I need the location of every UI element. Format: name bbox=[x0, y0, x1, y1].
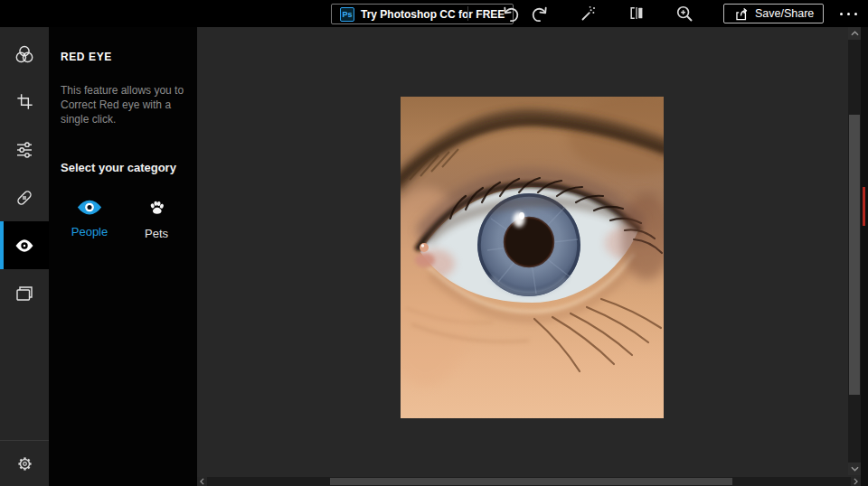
sidebar-item-borders[interactable] bbox=[0, 269, 49, 317]
panel-description: This feature allows you to Correct Red e… bbox=[61, 83, 198, 126]
redo-button[interactable] bbox=[529, 3, 551, 24]
photo-eye-closeup[interactable] bbox=[401, 97, 664, 418]
sidebar-item-crop[interactable] bbox=[0, 78, 49, 126]
redo-icon bbox=[531, 5, 550, 23]
panel-title: RED EYE bbox=[61, 51, 186, 63]
save-share-button[interactable]: Save/Share bbox=[723, 4, 824, 23]
toolbar-divider bbox=[467, 6, 468, 21]
category-pets-label: Pets bbox=[145, 227, 168, 240]
compare-before-after-button[interactable] bbox=[626, 3, 647, 24]
right-edge-strip bbox=[861, 27, 868, 486]
eye-photo-image bbox=[401, 97, 664, 418]
more-options-button[interactable] bbox=[834, 3, 863, 24]
vertical-scrollbar[interactable] bbox=[848, 27, 861, 475]
eye-icon bbox=[76, 198, 103, 217]
zoom-button[interactable] bbox=[674, 3, 695, 24]
more-ellipsis-icon bbox=[847, 13, 850, 15]
photoshop-express-editor: Ps Try Photoshop CC for FREE bbox=[0, 0, 868, 486]
try-photoshop-label: Try Photoshop CC for FREE bbox=[361, 8, 505, 21]
save-share-label: Save/Share bbox=[755, 7, 814, 20]
auto-enhance-button[interactable] bbox=[578, 3, 599, 24]
undo-icon bbox=[501, 5, 520, 23]
sidebar-item-settings[interactable] bbox=[0, 440, 49, 486]
crop-icon bbox=[14, 91, 35, 112]
scroll-down-button[interactable] bbox=[848, 463, 861, 475]
photoshop-logo-icon: Ps bbox=[340, 7, 354, 22]
horizontal-scrollbar-thumb[interactable] bbox=[330, 478, 732, 485]
scroll-left-button[interactable] bbox=[197, 477, 207, 486]
undo-button[interactable] bbox=[499, 3, 521, 24]
try-photoshop-button[interactable]: Ps Try Photoshop CC for FREE bbox=[331, 4, 514, 24]
chevron-down-icon bbox=[851, 466, 859, 472]
category-heading: Select your category bbox=[61, 161, 186, 174]
gear-icon bbox=[14, 453, 35, 474]
sidebar-item-looks[interactable] bbox=[0, 30, 49, 78]
tool-sidebar bbox=[0, 27, 49, 486]
zoom-icon bbox=[675, 5, 694, 23]
red-eye-panel: RED EYE This feature allows you to Corre… bbox=[49, 27, 197, 486]
share-icon bbox=[733, 6, 749, 22]
sidebar-item-red-eye[interactable] bbox=[0, 221, 49, 269]
category-people-label: People bbox=[71, 225, 108, 238]
scroll-red-marker bbox=[863, 187, 865, 226]
scroll-right-button[interactable] bbox=[851, 477, 861, 486]
horizontal-scrollbar[interactable] bbox=[197, 477, 861, 486]
frames-icon bbox=[14, 283, 35, 304]
category-options: People Pets bbox=[61, 198, 186, 240]
chevron-right-icon bbox=[854, 478, 858, 485]
category-pets[interactable]: Pets bbox=[133, 198, 180, 240]
scroll-up-button[interactable] bbox=[848, 27, 861, 40]
top-toolbar: Ps Try Photoshop CC for FREE bbox=[0, 0, 868, 27]
editor-canvas bbox=[197, 27, 868, 486]
bandaid-icon bbox=[14, 187, 35, 209]
compare-icon bbox=[627, 5, 646, 23]
vertical-scrollbar-thumb[interactable] bbox=[849, 115, 860, 395]
chevron-up-icon bbox=[851, 31, 859, 36]
color-circles-icon bbox=[14, 43, 35, 65]
more-ellipsis-icon bbox=[840, 13, 843, 15]
chevron-left-icon bbox=[200, 478, 204, 485]
eye-icon bbox=[13, 235, 36, 257]
auto-enhance-wand-icon bbox=[580, 5, 598, 23]
sliders-icon bbox=[14, 139, 35, 161]
sidebar-item-heal[interactable] bbox=[0, 173, 49, 221]
sidebar-item-adjustments[interactable] bbox=[0, 126, 49, 173]
paw-icon bbox=[146, 198, 168, 219]
more-ellipsis-icon bbox=[854, 13, 857, 15]
category-people[interactable]: People bbox=[66, 198, 113, 240]
